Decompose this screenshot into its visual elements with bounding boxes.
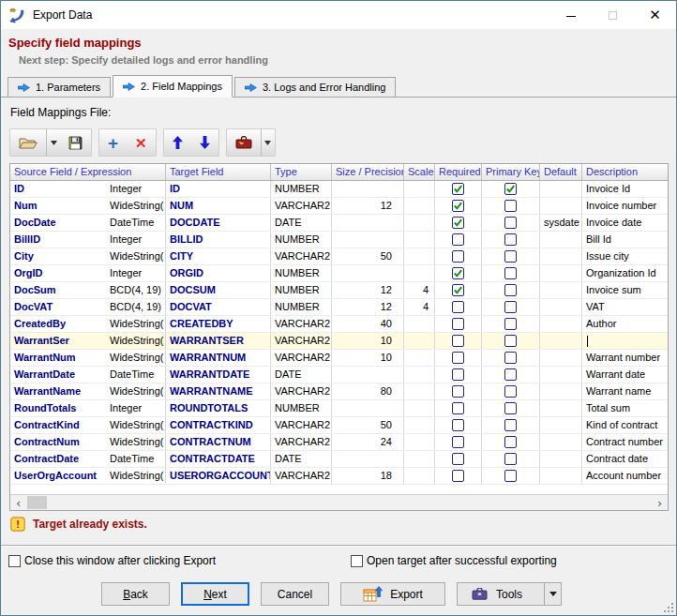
scroll-right-icon[interactable]: › (652, 496, 668, 510)
column-header-description[interactable]: Description (582, 164, 667, 180)
description-cell[interactable]: Warrant number (582, 350, 667, 366)
primary-key-checkbox[interactable] (504, 470, 517, 482)
required-checkbox[interactable] (452, 183, 464, 195)
open-file-dropdown[interactable] (46, 129, 60, 156)
description-cell[interactable]: Invoice Id (582, 181, 667, 197)
column-header-primary-key[interactable]: Primary Key (482, 164, 540, 180)
description-cell[interactable]: Bill Id (582, 232, 667, 248)
minimize-button[interactable] (549, 1, 592, 29)
add-mapping-button[interactable]: + (99, 129, 127, 156)
table-row[interactable]: DocVAT BCD(4, 19) DOCVAT NUMBER 12 4 VAT (10, 299, 668, 316)
required-checkbox[interactable] (452, 200, 464, 212)
table-row[interactable]: DocDate DateTime DOCDATE DATE sysdate In… (10, 215, 668, 232)
description-cell[interactable]: Issue city (582, 248, 667, 264)
primary-key-checkbox[interactable] (504, 436, 517, 448)
required-checkbox[interactable] (452, 470, 464, 482)
required-checkbox[interactable] (452, 250, 464, 263)
move-up-button[interactable] (164, 129, 191, 156)
grid-tools-dropdown[interactable] (261, 129, 275, 156)
description-cell[interactable]: Kind of contract (582, 417, 667, 433)
column-header-target[interactable]: Target Field (166, 164, 271, 180)
required-checkbox[interactable] (452, 402, 464, 414)
description-cell[interactable]: Warrant name (582, 383, 667, 399)
primary-key-checkbox[interactable] (504, 453, 517, 465)
primary-key-checkbox[interactable] (504, 318, 517, 330)
required-checkbox[interactable] (452, 284, 464, 296)
description-cell[interactable]: Contract date (582, 451, 667, 467)
primary-key-checkbox[interactable] (504, 402, 517, 414)
table-row[interactable]: DocSum BCD(4, 19) DOCSUM NUMBER 12 4 Inv… (10, 282, 668, 299)
close-button[interactable]: ✕ (634, 1, 676, 29)
table-row[interactable]: WarrantNum WideString( WARRANTNUM VARCHA… (10, 350, 668, 367)
primary-key-checkbox[interactable] (504, 301, 517, 313)
column-header-type[interactable]: Type (271, 164, 332, 180)
description-cell[interactable]: Author (582, 316, 667, 332)
required-checkbox[interactable] (452, 318, 464, 330)
required-checkbox[interactable] (452, 217, 464, 229)
horizontal-scrollbar[interactable]: ‹ › (10, 494, 668, 510)
required-checkbox[interactable] (452, 352, 464, 364)
grid-tools-button[interactable] (227, 129, 261, 156)
required-checkbox[interactable] (452, 453, 464, 465)
back-button[interactable]: Back (101, 582, 170, 606)
tools-button[interactable]: Tools (457, 582, 562, 606)
primary-key-checkbox[interactable] (504, 335, 517, 347)
required-checkbox[interactable] (452, 335, 464, 347)
description-cell[interactable]: Account number (582, 468, 667, 484)
required-checkbox[interactable] (452, 233, 464, 246)
description-cell[interactable] (582, 333, 667, 349)
primary-key-checkbox[interactable] (504, 419, 517, 431)
tab-field-mappings[interactable]: 2. Field Mappings (113, 75, 233, 98)
primary-key-checkbox[interactable] (504, 233, 517, 246)
primary-key-checkbox[interactable] (504, 368, 517, 381)
primary-key-checkbox[interactable] (504, 200, 517, 212)
description-cell[interactable]: Organization Id (582, 265, 667, 281)
table-row[interactable]: BillID Integer BILLID NUMBER Bill Id (10, 232, 668, 248)
description-cell[interactable]: Invoice number (582, 198, 667, 214)
required-checkbox[interactable] (452, 436, 464, 448)
table-row[interactable]: CreatedBy WideString( CREATEDBY VARCHAR2… (10, 316, 668, 333)
table-row[interactable]: ContractDate DateTime CONTRACTDATE DATE … (10, 451, 668, 468)
description-cell[interactable]: Contract number (582, 434, 667, 450)
maximize-button[interactable] (592, 1, 634, 29)
column-header-required[interactable]: Required (435, 164, 482, 180)
primary-key-checkbox[interactable] (504, 352, 517, 364)
column-header-default[interactable]: Default (540, 164, 582, 180)
resize-grip[interactable] (664, 603, 674, 613)
primary-key-checkbox[interactable] (504, 385, 517, 398)
tools-main[interactable]: Tools (458, 583, 536, 605)
primary-key-checkbox[interactable] (504, 250, 517, 263)
next-button[interactable]: Next (181, 582, 249, 606)
table-row[interactable]: City WideString( CITY VARCHAR2 50 Issue … (10, 248, 668, 265)
table-row[interactable]: WarrantName WideString( WARRANTNAME VARC… (10, 383, 668, 400)
scrollbar-thumb[interactable] (27, 496, 47, 509)
table-row[interactable]: WarrantDate DateTime WARRANTDATE DATE Wa… (10, 367, 668, 383)
table-row[interactable]: ContractKind WideString( CONTRACTKIND VA… (10, 417, 668, 434)
primary-key-checkbox[interactable] (504, 284, 517, 296)
table-row[interactable]: ID Integer ID NUMBER Invoice Id (10, 181, 668, 198)
close-after-export-checkbox[interactable]: Close this window after clicking Export (8, 554, 216, 567)
table-row[interactable]: OrgID Integer ORGID NUMBER Organization … (10, 265, 668, 282)
required-checkbox[interactable] (452, 419, 464, 431)
description-cell[interactable]: Warrant date (582, 367, 667, 383)
primary-key-checkbox[interactable] (504, 267, 517, 279)
required-checkbox[interactable] (452, 385, 464, 398)
open-file-button[interactable] (10, 129, 46, 156)
tools-dropdown[interactable] (544, 583, 561, 605)
required-checkbox[interactable] (452, 368, 464, 381)
table-row[interactable]: UserOrgAccount WideString( USERORGACCOUN… (10, 468, 668, 485)
description-cell[interactable]: Invoice sum (582, 282, 667, 298)
table-row[interactable]: WarrantSer WideString( WARRANTSER VARCHA… (10, 333, 668, 350)
description-cell[interactable]: Invoice date (582, 215, 667, 231)
export-button[interactable]: Export (340, 582, 445, 606)
column-header-scale[interactable]: Scale (404, 164, 435, 180)
table-row[interactable]: RoundTotals Integer ROUNDTOTALS NUMBER T… (10, 400, 668, 417)
delete-mapping-button[interactable]: ✕ (127, 129, 156, 156)
column-header-source[interactable]: Source Field / Expression (10, 164, 166, 180)
primary-key-checkbox[interactable] (504, 183, 517, 195)
checkbox-box[interactable] (8, 555, 21, 567)
table-row[interactable]: ContractNum WideString( CONTRACTNUM VARC… (10, 434, 668, 451)
table-row[interactable]: Num WideString( NUM VARCHAR2 12 Invoice … (10, 198, 668, 215)
open-target-checkbox[interactable]: Open target after successful exporting (351, 554, 557, 567)
cancel-button[interactable]: Cancel (261, 582, 329, 606)
